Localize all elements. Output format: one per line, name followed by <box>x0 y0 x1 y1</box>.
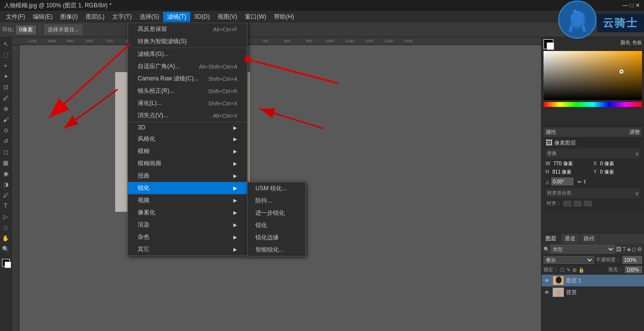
align-header[interactable]: 对齐并分布 ∨ <box>545 188 640 198</box>
tab-swatches[interactable]: 色板 <box>632 39 642 49</box>
layers-icon-4[interactable]: ◻ <box>632 246 636 253</box>
filter-item-vanishpoint[interactable]: 消失点(V)... Alt+Ctrl+V <box>128 109 247 122</box>
tool-history-brush[interactable]: ↺ <box>1 136 11 146</box>
filter-item-liquify[interactable]: 液化(L)... Shift+Ctrl+X <box>128 97 247 109</box>
properties-header[interactable]: 属性 调整 <box>544 127 642 137</box>
sharpen-more-item[interactable]: 进一步锐化 <box>248 207 305 219</box>
filter-item-noise[interactable]: 杂色 ▶ <box>128 231 247 243</box>
filter-item-3d[interactable]: 3D ▶ <box>128 122 247 133</box>
menu-file[interactable]: 文件(F) <box>2 12 29 22</box>
align-btn-2[interactable]: ⬛ <box>573 201 582 206</box>
tool-move[interactable]: ↖ <box>1 39 11 49</box>
usm-item[interactable]: USM 锐化... <box>248 182 305 195</box>
filter-item-render[interactable]: 渲染 ▶ <box>128 219 247 231</box>
color-gradient-overlay <box>544 51 642 100</box>
hue-bar[interactable] <box>544 102 642 107</box>
tool-eraser[interactable]: ◻ <box>1 147 11 157</box>
filter-item-video[interactable]: 视频 ▶ <box>128 194 247 206</box>
filter-item-other[interactable]: 其它 ▶ <box>128 243 247 255</box>
filter-item-gallery[interactable]: 滤镜库(G)... <box>128 48 247 60</box>
tab-color[interactable]: 颜色 <box>620 39 630 49</box>
tool-crop[interactable]: ⊡ <box>1 82 11 92</box>
filter-item-adaptive[interactable]: 自适应广角(A)... Alt+Shift+Ctrl+A <box>128 60 247 73</box>
filter-item-sharpen[interactable]: 锐化 ▶ USM 锐化... 防抖... 进一步锐化 锐化 锐化边缘 智能锐化.… <box>128 182 247 194</box>
tool-clone[interactable]: ⊙ <box>1 126 11 135</box>
menu-filter[interactable]: 滤镜(T) <box>163 12 190 22</box>
tab-paths[interactable]: 路径 <box>580 233 599 244</box>
opacity-input[interactable] <box>622 256 642 264</box>
tool-dodge[interactable]: ◑ <box>1 179 11 189</box>
smart-sharpen-item[interactable]: 智能锐化... <box>248 244 305 256</box>
menu-window[interactable]: 窗口(W) <box>241 12 270 22</box>
menu-3d[interactable]: 3D(D) <box>190 12 214 21</box>
lock-icon-2[interactable]: ✎ <box>567 267 570 273</box>
foreground-swatch[interactable] <box>544 39 553 49</box>
stabilize-item[interactable]: 防抖... <box>248 195 305 207</box>
tool-gradient[interactable]: ▦ <box>1 158 11 168</box>
menu-edit[interactable]: 编辑(E) <box>29 12 56 22</box>
tool-brush[interactable]: 🖌 <box>1 115 11 125</box>
select-and-mask-button[interactable]: 选择并遮住... <box>44 25 82 35</box>
foreground-color[interactable] <box>2 259 10 267</box>
tab-channels[interactable]: 通道 <box>561 233 580 244</box>
background-swatch[interactable] <box>546 42 554 50</box>
background-color[interactable] <box>4 261 11 268</box>
layers-icon-3[interactable]: ◈ <box>627 246 631 253</box>
layers-icon-1[interactable]: 🖼 <box>616 246 621 252</box>
feather-input[interactable] <box>16 25 36 34</box>
filter-item-stylize[interactable]: 风格化 ▶ <box>128 133 247 145</box>
menu-image[interactable]: 图像(I) <box>56 12 81 22</box>
layers-icon-5[interactable]: ⚙ <box>637 246 642 253</box>
color-picker-cursor[interactable] <box>619 70 623 74</box>
properties-title: 属性 <box>545 128 556 136</box>
menu-select[interactable]: 选择(S) <box>136 12 163 22</box>
ruler-tick-label: -800 <box>85 39 93 43</box>
layer-visibility-1[interactable]: 👁 <box>544 277 550 284</box>
filter-item-lens[interactable]: 镜头校正(R)... Shift+Ctrl+R <box>128 85 247 97</box>
menu-text[interactable]: 文字(T) <box>108 12 135 22</box>
filter-item-distort[interactable]: 扭曲 ▶ <box>128 170 247 182</box>
tool-path-select[interactable]: ▷ <box>1 212 11 222</box>
tool-blur[interactable]: ◉ <box>1 169 11 178</box>
layer-item-background[interactable]: 👁 背景 <box>542 286 644 298</box>
layer-visibility-bg[interactable]: 👁 <box>544 289 550 296</box>
menu-view[interactable]: 视图(V) <box>214 12 241 22</box>
filter-label: 杂色 <box>138 233 149 241</box>
filter-item-smart[interactable]: 转换为智能滤镜(S) <box>128 35 247 48</box>
sharpen-edges-item[interactable]: 锐化边缘 <box>248 231 305 244</box>
layer-item-1[interactable]: 👁 图层 1 <box>542 275 644 286</box>
filter-item-camera-raw[interactable]: Camera Raw 滤镜(C)... Shift+Ctrl+A <box>128 73 247 85</box>
tool-text[interactable]: T <box>1 201 11 211</box>
menu-layer[interactable]: 图层(L) <box>82 12 109 22</box>
tool-pen[interactable]: 🖊 <box>1 190 11 200</box>
filter-label: 镜头校正(R)... <box>138 87 174 95</box>
fill-input[interactable] <box>625 266 642 273</box>
menu-help[interactable]: 帮助(H) <box>270 12 298 22</box>
align-btn-1[interactable]: ⬛ <box>563 201 571 206</box>
tool-hand[interactable]: ✋ <box>1 233 11 243</box>
lock-icon-3[interactable]: ⊞ <box>572 267 576 273</box>
filter-item-pixelate[interactable]: 像素化 ▶ <box>128 206 247 219</box>
filter-item-blur-gallery[interactable]: 模糊画廊 ▶ <box>128 157 247 170</box>
transform-header[interactable]: 变换 ∨ <box>545 149 640 158</box>
tool-select-rect[interactable]: ⬚ <box>1 50 11 60</box>
filter-item-sharpen-preset[interactable]: 高反差保留 Alt+Ctrl+F <box>128 23 247 35</box>
lock-icon-1[interactable]: ☐ <box>560 267 565 273</box>
angle-input[interactable] <box>551 178 573 185</box>
layers-icon-2[interactable]: T <box>622 246 626 252</box>
tool-lasso[interactable]: ⌖ <box>1 61 11 71</box>
align-btn-3[interactable]: ⬛ <box>584 201 592 206</box>
tool-magic-wand[interactable]: ✦ <box>1 72 11 81</box>
lock-icon-4[interactable]: 🔒 <box>578 267 584 273</box>
logo-area: 云骑士 <box>558 0 644 39</box>
tool-shape[interactable]: □ <box>1 223 11 232</box>
tab-layers[interactable]: 图层 <box>542 233 561 244</box>
filter-item-blur[interactable]: 模糊 ▶ <box>128 145 247 157</box>
blend-mode-select[interactable]: 叠加 <box>544 256 594 264</box>
tool-eyedropper[interactable]: 🖉 <box>1 93 11 103</box>
tool-heal[interactable]: ⊕ <box>1 104 11 114</box>
sharpen-item[interactable]: 锐化 <box>248 219 305 231</box>
tool-zoom[interactable]: 🔍 <box>1 244 11 254</box>
color-gradient-area[interactable] <box>544 51 642 100</box>
layer-type-filter[interactable]: 类型 <box>550 245 615 254</box>
